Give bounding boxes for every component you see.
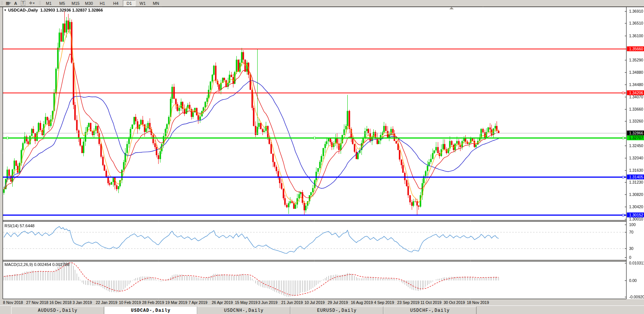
date-tick-label: 7 Apr 2019 <box>188 300 207 305</box>
price-tick-label: 1.32040 <box>629 156 643 160</box>
price-tick-label: 1.36910 <box>629 9 643 13</box>
chart-tab-bar: AUDUSD-,DailyUSDCAD-,DailyUSDCNH-,DailyE… <box>0 305 644 314</box>
chart-tab-audusd[interactable]: AUDUSD-,Daily <box>11 307 104 314</box>
date-tick-label: 19 Mar 2019 <box>165 300 187 305</box>
price-tick-label: 1.31230 <box>629 180 643 184</box>
date-tick-label: 3 Jan 2019 <box>73 300 92 305</box>
rsi-scale-label: 30 <box>629 246 634 251</box>
date-tick-label: 22 Jan 2019 <box>96 300 117 305</box>
date-tick-label: 26 Apr 2019 <box>212 300 233 305</box>
chart-quotes: 1.32903 1.32936 1.32837 1.32866 <box>40 8 103 12</box>
chart-collapse-icon[interactable]: ▼ <box>4 9 7 12</box>
price-tick-label: 1.35290 <box>629 58 643 62</box>
date-tick-label: 11 Oct 2019 <box>420 300 441 305</box>
rsi-scale-label: 70 <box>629 230 634 234</box>
price-tick-label: 1.34880 <box>629 70 643 74</box>
price-tick-label: 1.30820 <box>629 192 643 197</box>
date-tick-label: 8 Nov 2018 <box>3 300 23 305</box>
price-tick-label: 1.30010 <box>629 217 643 221</box>
date-tick-label: 3 Jun 2019 <box>258 300 277 305</box>
chart-tab-usdcad[interactable]: USDCAD-,Daily <box>104 307 197 314</box>
hline-price-tag: 1.31405 <box>627 175 644 180</box>
date-tick-label: 27 Nov 2018 <box>26 300 48 305</box>
price-tick-label: 1.32450 <box>629 143 643 148</box>
chart-tab-eurusd[interactable]: EURUSD-,Daily <box>290 307 383 314</box>
date-tick-label: 10 Jul 2019 <box>305 300 325 305</box>
price-tick-label: 1.34070 <box>629 95 643 99</box>
hline-price-tag: 1.32707 <box>627 135 644 140</box>
macd-scale-label: -0.009203 <box>629 295 644 299</box>
price-tick-label: 1.36510 <box>629 21 643 25</box>
date-tick-label: 15 May 2019 <box>235 300 258 305</box>
date-tick-label: 29 Jul 2019 <box>328 300 348 305</box>
chart-tab-usdchf[interactable]: USDCHF-,Daily <box>383 307 476 314</box>
price-tick-label: 1.33260 <box>629 119 643 123</box>
date-tick-label: 10 Feb 2019 <box>119 300 141 305</box>
chart-title: ▼USDCAD-,Daily 1.32903 1.32936 1.32837 1… <box>4 8 103 12</box>
macd-scale-label: 0.010311 <box>629 261 644 265</box>
hline-price-tag: 1.30152 <box>627 212 644 217</box>
price-tick-label: 1.34480 <box>629 82 643 87</box>
price-tick-label: 1.33660 <box>629 107 643 111</box>
macd-scale-label: 0.00 <box>629 278 637 283</box>
date-tick-label: 16 Dec 2018 <box>50 300 72 305</box>
date-tick-label: 30 Oct 2019 <box>444 300 465 305</box>
macd-label: MACD(12,26,9) 0.002454 0.002788 <box>4 262 69 267</box>
chart-symbol: USDCAD-,Daily <box>8 8 38 12</box>
date-tick-label: 28 Feb 2019 <box>142 300 164 305</box>
rsi-scale-label: 100 <box>629 222 636 227</box>
chart-tab-usdcnh[interactable]: USDCNH-,Daily <box>197 307 290 314</box>
rsi-label: RSI(14) 57.6448 <box>4 223 35 228</box>
chart-canvas[interactable] <box>0 0 644 314</box>
price-tick-label: 1.36100 <box>629 34 643 38</box>
date-tick-label: 23 Sep 2019 <box>397 300 420 305</box>
hline-price-tag: 1.35660 <box>627 47 644 51</box>
date-tick-label: 21 Jun 2019 <box>281 300 303 305</box>
hline-price-tag: 1.34206 <box>627 90 644 95</box>
date-tick-label: 18 Nov 2019 <box>467 300 489 305</box>
date-tick-label: 4 Sep 2019 <box>374 300 394 305</box>
terminal-window: ▦F A T ✛▼ M1M5M15M30H1H4D1W1MN ▼USDCAD-,… <box>0 0 644 314</box>
rsi-scale-label: 0 <box>629 255 631 260</box>
current-price-tag: 1.32866 <box>627 131 644 136</box>
price-tick-label: 1.31630 <box>629 168 643 172</box>
price-tick-label: 1.30420 <box>629 204 643 209</box>
date-tick-label: 16 Aug 2019 <box>351 300 373 305</box>
